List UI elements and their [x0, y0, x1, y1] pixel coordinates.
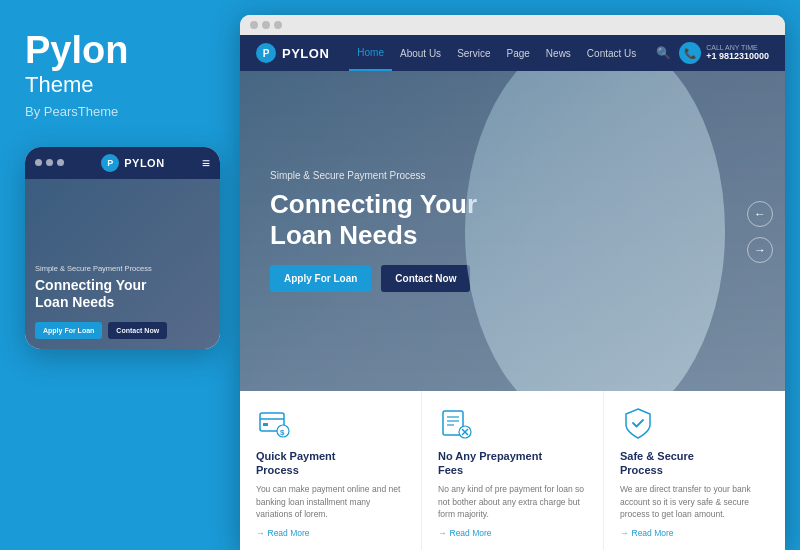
feature-desc-2: No any kind of pre payment for loan so n… [438, 483, 587, 521]
mobile-hero-sub: Simple & Secure Payment Process [35, 264, 210, 273]
browser-dot-3 [274, 21, 282, 29]
search-icon[interactable]: 🔍 [656, 46, 671, 60]
feature-desc-3: We are direct transfer to your bank acco… [620, 483, 769, 521]
feature-cards: $ Quick PaymentProcess You can make paym… [240, 391, 785, 550]
feature-link-1[interactable]: → Read More [256, 528, 405, 538]
mobile-preview: P PYLON ≡ Simple & Secure Payment Proces… [25, 147, 220, 349]
nav-link-page[interactable]: Page [498, 35, 537, 71]
mobile-topbar: P PYLON ≡ [25, 147, 220, 179]
feature-link-2[interactable]: → Read More [438, 528, 587, 538]
desktop-nav-links: Home About Us Service Page News Contact … [349, 35, 656, 71]
feature-link-arrow-3: → [620, 528, 629, 538]
browser-dot-2 [262, 21, 270, 29]
hero-prev-arrow[interactable]: ← [747, 201, 773, 227]
desktop-cta-text: CALL ANY TIME +1 9812310000 [706, 44, 769, 63]
feature-card-secure: Safe & SecureProcess We are direct trans… [604, 391, 785, 550]
left-panel: Pylon Theme By PearsTheme P PYLON ≡ Simp… [0, 0, 240, 550]
browser-chrome [240, 15, 785, 35]
hamburger-icon[interactable]: ≡ [202, 156, 210, 170]
cta-label: CALL ANY TIME [706, 44, 769, 51]
nav-link-about[interactable]: About Us [392, 35, 449, 71]
browser-dot-1 [250, 21, 258, 29]
hero-next-arrow[interactable]: → [747, 237, 773, 263]
feature-title-1: Quick PaymentProcess [256, 449, 405, 478]
feature-card-prepayment: No Any PrepaymentFees No any kind of pre… [422, 391, 604, 550]
nav-link-news[interactable]: News [538, 35, 579, 71]
dot-2 [46, 159, 53, 166]
feature-title-3: Safe & SecureProcess [620, 449, 769, 478]
dot-3 [57, 159, 64, 166]
mobile-dots [35, 159, 64, 166]
mobile-apply-button[interactable]: Apply For Loan [35, 322, 102, 339]
mobile-logo-icon: P [101, 154, 119, 172]
cta-number: +1 9812310000 [706, 51, 769, 63]
dot-1 [35, 159, 42, 166]
nav-link-home[interactable]: Home [349, 35, 392, 71]
hero-person-bg [465, 71, 725, 391]
mobile-hero-buttons: Apply For Loan Contact Now [35, 322, 210, 339]
brand-title: Pylon [25, 30, 215, 72]
desktop-nav: P PYLON Home About Us Service Page News … [240, 35, 785, 71]
desktop-cta-area: 📞 CALL ANY TIME +1 9812310000 [679, 42, 769, 64]
feature-title-2: No Any PrepaymentFees [438, 449, 587, 478]
desktop-preview: P PYLON Home About Us Service Page News … [240, 15, 785, 550]
desktop-hero: Simple & Secure Payment Process Connecti… [240, 71, 785, 391]
mobile-contact-button[interactable]: Contact Now [108, 322, 167, 339]
feature-card-payment: $ Quick PaymentProcess You can make paym… [240, 391, 422, 550]
mobile-logo-area: P PYLON [101, 154, 164, 172]
no-prepayment-icon [438, 405, 474, 441]
feature-desc-1: You can make payment online and net bank… [256, 483, 405, 521]
quick-payment-icon: $ [256, 405, 292, 441]
desktop-logo-text: PYLON [282, 46, 329, 61]
desktop-nav-logo: P PYLON [256, 43, 329, 63]
brand-subtitle: Theme [25, 72, 215, 98]
desktop-logo-icon: P [256, 43, 276, 63]
feature-link-label-3: Read More [632, 528, 674, 538]
feature-link-arrow-2: → [438, 528, 447, 538]
mobile-logo-letter: P [107, 158, 113, 168]
desktop-logo-letter: P [263, 48, 270, 59]
phone-icon: 📞 [679, 42, 701, 64]
svg-rect-2 [263, 423, 268, 426]
mobile-logo-text: PYLON [124, 157, 164, 169]
nav-link-contact[interactable]: Contact Us [579, 35, 644, 71]
browser-dots [250, 21, 282, 29]
feature-link-arrow-1: → [256, 528, 265, 538]
feature-link-label-2: Read More [450, 528, 492, 538]
feature-link-3[interactable]: → Read More [620, 528, 769, 538]
feature-link-label-1: Read More [268, 528, 310, 538]
desktop-contact-button[interactable]: Contact Now [381, 265, 470, 292]
desktop-nav-right: 🔍 📞 CALL ANY TIME +1 9812310000 [656, 42, 769, 64]
svg-text:$: $ [280, 428, 285, 437]
brand-author: By PearsTheme [25, 104, 215, 119]
mobile-hero: Simple & Secure Payment Process Connecti… [25, 179, 220, 349]
desktop-apply-button[interactable]: Apply For Loan [270, 265, 371, 292]
mobile-hero-title: Connecting YourLoan Needs [35, 277, 210, 312]
nav-link-service[interactable]: Service [449, 35, 498, 71]
safe-secure-icon [620, 405, 656, 441]
